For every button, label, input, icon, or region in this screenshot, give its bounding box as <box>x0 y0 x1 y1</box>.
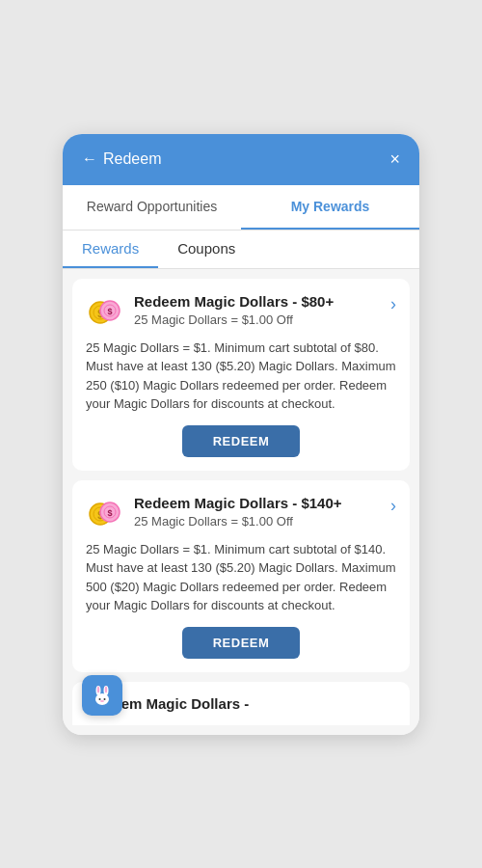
header-title: Redeem <box>103 150 161 168</box>
card-1-title-wrap: Redeem Magic Dollars - $80+ 25 Magic Dol… <box>134 292 381 328</box>
card-1-chevron-icon[interactable]: › <box>390 294 396 314</box>
back-arrow-icon: ← <box>82 150 97 168</box>
header: ← Redeem × <box>63 134 419 185</box>
subtab-rewards[interactable]: Rewards <box>63 231 158 268</box>
card-1-header: $ $ Redeem Magic Dollars - $80+ 25 Magic… <box>86 292 396 331</box>
svg-point-18 <box>105 686 107 692</box>
svg-point-17 <box>97 686 99 692</box>
svg-text:$: $ <box>107 508 112 518</box>
card-2-chevron-icon[interactable]: › <box>390 496 396 516</box>
card-2-header: $ $ Redeem Magic Dollars - $140+ 25 Magi… <box>86 494 396 532</box>
rabbit-icon <box>90 683 115 708</box>
partial-card-title: Redeem Magic Dollars - <box>86 695 396 712</box>
svg-point-14 <box>95 693 109 705</box>
redeem-button-1[interactable]: REDEEM <box>182 425 301 457</box>
redeem-button-2[interactable]: REDEEM <box>182 627 301 659</box>
magic-dollars-icon-1: $ $ <box>86 292 124 331</box>
content-area: $ $ Redeem Magic Dollars - $80+ 25 Magic… <box>63 269 419 735</box>
card-2-title-wrap: Redeem Magic Dollars - $140+ 25 Magic Do… <box>134 494 381 529</box>
phone-container: ← Redeem × Reward Opportunities My Rewar… <box>63 134 419 735</box>
partial-card: Redeem Magic Dollars - <box>72 682 410 725</box>
card-2-description: 25 Magic Dollars = $1. Minimum cart subt… <box>86 540 396 615</box>
magic-dollars-icon-2: $ $ <box>86 494 124 532</box>
tab-my-rewards[interactable]: My Rewards <box>241 185 419 230</box>
card-2-subtitle: 25 Magic Dollars = $1.00 Off <box>134 514 381 529</box>
back-button[interactable]: ← Redeem <box>82 150 161 168</box>
subtab-coupons[interactable]: Coupons <box>158 231 254 268</box>
card-1-title: Redeem Magic Dollars - $80+ <box>134 292 381 312</box>
sub-tab-nav: Rewards Coupons <box>63 231 419 269</box>
svg-point-19 <box>99 698 101 700</box>
reward-card-2: $ $ Redeem Magic Dollars - $140+ 25 Magi… <box>72 480 410 672</box>
tab-reward-opportunities[interactable]: Reward Opportunities <box>63 185 241 230</box>
main-tab-nav: Reward Opportunities My Rewards <box>63 185 419 231</box>
svg-point-21 <box>100 700 104 702</box>
svg-text:$: $ <box>107 307 112 316</box>
reward-card-1: $ $ Redeem Magic Dollars - $80+ 25 Magic… <box>72 279 410 471</box>
svg-point-20 <box>104 698 106 700</box>
card-1-subtitle: 25 Magic Dollars = $1.00 Off <box>134 312 381 327</box>
fab-button[interactable] <box>82 675 122 716</box>
card-1-description: 25 Magic Dollars = $1. Minimum cart subt… <box>86 339 396 414</box>
card-2-title: Redeem Magic Dollars - $140+ <box>134 494 381 513</box>
close-button[interactable]: × <box>389 149 400 170</box>
